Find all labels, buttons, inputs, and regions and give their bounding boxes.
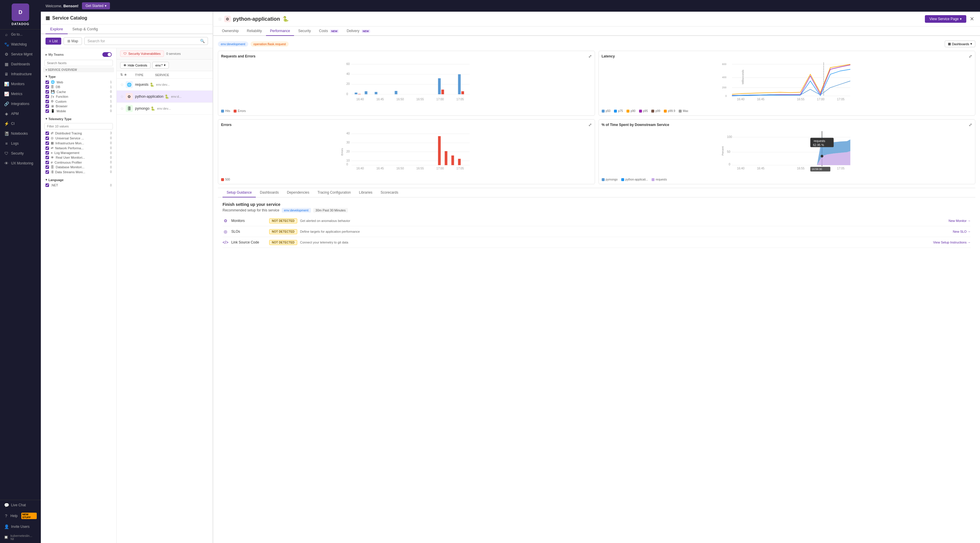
- type-section-header[interactable]: ▾ Type: [43, 73, 114, 79]
- map-view-button[interactable]: ⊞ Map: [64, 37, 82, 45]
- tab-delivery[interactable]: Delivery NEW: [343, 27, 374, 36]
- legend-hits: Hits: [221, 110, 230, 113]
- facet-search: [45, 60, 113, 66]
- sidebar-item-dashboards[interactable]: ▦ Dashboards: [0, 59, 41, 69]
- sidebar-item-logs[interactable]: ≡ Logs: [0, 138, 41, 148]
- sidebar-item-watchdog[interactable]: 🐾 Watchdog: [0, 40, 41, 49]
- tab-explore[interactable]: Explore: [46, 24, 68, 34]
- setup-tab-guidance[interactable]: Setup Guidance: [223, 188, 256, 197]
- sidebar-item-metrics[interactable]: 📈 Metrics: [0, 89, 41, 99]
- svg-text:40: 40: [347, 132, 350, 135]
- tab-reliability[interactable]: Reliability: [243, 27, 266, 36]
- sidebar-item-security[interactable]: 🛡 Security: [0, 148, 41, 158]
- hide-controls-button[interactable]: 👁 Hide Controls: [120, 62, 151, 68]
- svg-text:17:00: 17:00: [436, 98, 444, 101]
- setup-instructions-link[interactable]: View Setup Instructions →: [933, 241, 970, 244]
- filter-distributed-tracing[interactable]: ⇄ Distributed Tracing 3: [43, 131, 114, 136]
- env-filter-button[interactable]: env:* ▾: [152, 62, 169, 68]
- service-row-pymongo[interactable]: ☆ 🗄 pymongo 🐍 env:dev...: [117, 103, 213, 114]
- setup-tab-libraries[interactable]: Libraries: [355, 188, 377, 197]
- close-detail-button[interactable]: ✕: [969, 14, 975, 23]
- service-row-python-application[interactable]: ☆ ⚙ python-application 🐍 env:d...: [117, 91, 213, 103]
- filter-network-perf[interactable]: ⇌ Network Performa... 0: [43, 146, 114, 151]
- facet-search-input[interactable]: [45, 60, 113, 66]
- tab-performance[interactable]: Performance: [266, 27, 294, 36]
- tab-security[interactable]: Security: [294, 27, 315, 36]
- filter-data-streams[interactable]: ⇶ Data Streams Moni... 0: [43, 170, 114, 175]
- svg-text:16:40: 16:40: [737, 98, 745, 101]
- setup-content: Finish setting up your service Recommend…: [218, 197, 975, 252]
- expand-icon[interactable]: ⤢: [969, 54, 972, 59]
- filter-real-user-monitoring[interactable]: 👁 Real User Monitori... 0: [43, 155, 114, 160]
- svg-rect-24: [461, 91, 464, 94]
- tab-setup-config[interactable]: Setup & Config: [68, 24, 102, 34]
- view-service-page-button[interactable]: View Service Page ▾: [925, 15, 967, 23]
- expand-icon[interactable]: ⤢: [588, 122, 592, 127]
- filter-infra-monitoring[interactable]: ▦ Infrastructure Mon... 0: [43, 141, 114, 146]
- svg-text:20: 20: [347, 82, 350, 86]
- chevron-down-icon: ▾: [970, 42, 972, 46]
- filter-db[interactable]: 🗄 DB 1: [43, 84, 114, 89]
- filter-cache[interactable]: 💾 Cache 0: [43, 89, 114, 94]
- filter-log-management[interactable]: ≡ Log Management 0: [43, 151, 114, 155]
- search-input[interactable]: [107, 39, 198, 43]
- tab-costs[interactable]: Costs NEW: [315, 27, 343, 36]
- filter-universal-service[interactable]: ◎ Universal Service ... 0: [43, 136, 114, 141]
- setup-env-badge[interactable]: env:development: [282, 208, 311, 213]
- star-requests[interactable]: ☆: [120, 82, 124, 87]
- star-detail-icon[interactable]: ☆: [218, 16, 222, 22]
- chevron-icon: ▸: [46, 53, 47, 57]
- service-row-requests[interactable]: ☆ 🌐 requests 🐍 env:dev...: [117, 79, 213, 91]
- sidebar-item-invite-users[interactable]: 👤 Invite Users: [0, 522, 41, 532]
- sidebar-item-ux-monitoring[interactable]: 👁 UX Monitoring: [0, 158, 41, 168]
- get-started-button[interactable]: Get Started ▾: [82, 2, 110, 10]
- tab-ownership[interactable]: Ownership: [218, 27, 243, 36]
- my-teams-toggle[interactable]: [102, 52, 112, 57]
- sidebar-user[interactable]: 🔲 kuberneteslin... Nil: [0, 532, 41, 543]
- setup-tab-dashboards[interactable]: Dashboards: [256, 188, 283, 197]
- filter-web[interactable]: 🌐 Web 1: [43, 79, 114, 84]
- sort-icon[interactable]: ⇅: [120, 73, 123, 77]
- language-section-header[interactable]: ▾ Language: [43, 177, 114, 183]
- sidebar-item-live-chat[interactable]: 💬 Live Chat: [0, 500, 41, 510]
- env-tag[interactable]: env:development: [218, 41, 248, 47]
- sidebar-item-monitors[interactable]: 📊 Monitors: [0, 79, 41, 89]
- filter-database-monitoring[interactable]: 🗄 Database Monitori... 0: [43, 165, 114, 170]
- expand-icon[interactable]: ⤢: [588, 54, 592, 59]
- svg-text:16:45: 16:45: [376, 98, 384, 101]
- sidebar-item-apm[interactable]: ◈ APM: [0, 109, 41, 119]
- dashboards-button[interactable]: ▦ Dashboards ▾: [945, 41, 975, 47]
- sidebar-item-integrations[interactable]: 🔗 Integrations: [0, 99, 41, 109]
- svg-text:20: 20: [347, 150, 350, 153]
- sidebar-item-ci[interactable]: ⚡ CI: [0, 119, 41, 129]
- filter-mobile[interactable]: 📱 Mobile 0: [43, 108, 114, 113]
- filter-function[interactable]: ƒx Function 0: [43, 94, 114, 99]
- language-filter-group: ▾ Language .NET 0: [43, 177, 114, 187]
- telemetry-section-header[interactable]: ▾ Telemetry Type: [43, 116, 114, 122]
- svg-text:0: 0: [725, 94, 727, 97]
- sidebar-item-notebooks[interactable]: 📓 Notebooks: [0, 129, 41, 138]
- setup-tab-scorecards[interactable]: Scorecards: [377, 188, 402, 197]
- filter-custom[interactable]: ⚙ Custom 1: [43, 99, 114, 104]
- filter-browser[interactable]: 🖥 Browser 0: [43, 104, 114, 108]
- star-pymongo[interactable]: ☆: [120, 106, 124, 111]
- sidebar-item-service-mgmt[interactable]: ⚙ Service Mgmt: [0, 49, 41, 59]
- latency-chart-area: 600 400 200 0 Milliseconds 16:40 16:: [602, 61, 972, 108]
- star-python[interactable]: ☆: [120, 94, 124, 99]
- sidebar-item-goto[interactable]: ⌕ Go to...: [0, 29, 41, 40]
- new-monitor-link[interactable]: New Monitor →: [948, 219, 970, 222]
- setup-tab-dependencies[interactable]: Dependencies: [283, 188, 313, 197]
- expand-icon[interactable]: ⤢: [969, 122, 972, 127]
- setup-tab-tracing[interactable]: Tracing Configuration: [313, 188, 355, 197]
- list-view-button[interactable]: ≡ List: [46, 38, 61, 44]
- service-mgmt-icon: ⚙: [4, 52, 9, 57]
- sidebar-item-infrastructure[interactable]: 🖥 Infrastructure: [0, 69, 41, 79]
- operation-tag[interactable]: operation:flask.request: [251, 41, 289, 47]
- detail-tags: env:development operation:flask.request …: [218, 41, 975, 47]
- filter-continuous-profiler[interactable]: ⌀ Continuous Profiler 0: [43, 160, 114, 165]
- telemetry-search-input[interactable]: [45, 123, 113, 130]
- filter-dotnet[interactable]: .NET 0: [43, 183, 114, 187]
- sidebar-item-help[interactable]: ? Help NEW STUFF: [0, 510, 41, 522]
- new-slo-link[interactable]: New SLO →: [953, 230, 970, 233]
- chevron-down-icon: ▾: [164, 63, 165, 67]
